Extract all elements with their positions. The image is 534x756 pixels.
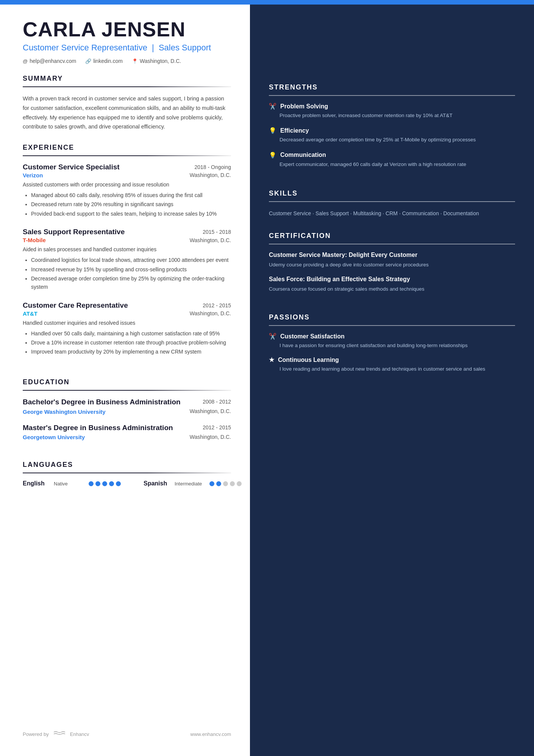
dot xyxy=(102,481,107,486)
skills-divider xyxy=(269,201,515,202)
bullet-item: Managed about 60 calls daily, resolving … xyxy=(31,191,231,199)
strength-name-2: Efficiency xyxy=(280,127,309,134)
education-divider xyxy=(23,390,231,391)
bullet-item: Provided back-end support to the sales t… xyxy=(31,210,231,218)
job-entry-1: Customer Service Specialist 2018 - Ongoi… xyxy=(23,163,231,218)
job-desc-1: Assisted customers with order processing… xyxy=(23,181,231,189)
strengths-divider xyxy=(269,95,515,96)
languages-row: English Native Spanish Intermediate xyxy=(23,480,231,487)
job-desc-2: Aided in sales processes and handled cus… xyxy=(23,246,231,254)
email-text: help@enhancv.com xyxy=(30,58,76,64)
edu-school-1: George Washington University xyxy=(23,409,106,415)
language-english: English Native xyxy=(23,480,121,487)
passions-section: PASSIONS ✂️ Customer Satisfaction I have… xyxy=(269,313,515,380)
location-text: Washington, D.C. xyxy=(140,58,181,64)
skills-section: SKILLS Customer Service · Sales Support … xyxy=(269,189,515,218)
strength-title-1: ✂️ Problem Solving xyxy=(269,103,515,110)
languages-title: LANGUAGES xyxy=(23,461,231,469)
strength-1: ✂️ Problem Solving Proactive problem sol… xyxy=(269,103,515,119)
passion-title-1: ✂️ Customer Satisfaction xyxy=(269,333,515,340)
edu-school-row-2: Georgetown University Washington, D.C. xyxy=(23,433,231,440)
certification-section: CERTIFICATION Customer Service Mastery: … xyxy=(269,232,515,300)
strength-3: 💡 Communication Expert communicator, man… xyxy=(269,152,515,168)
star-icon: ★ xyxy=(269,356,274,363)
job-bullets-2: Coordinated logistics for local trade sh… xyxy=(23,256,231,291)
dot xyxy=(237,481,242,486)
job-dates-1: 2018 - Ongoing xyxy=(194,163,231,170)
job-dates-3: 2012 - 2015 xyxy=(203,301,231,308)
bullet-item: Improved team productivity by 20% by imp… xyxy=(31,347,231,356)
resume-header: CARLA JENSEN Customer Service Representa… xyxy=(23,18,231,64)
job-desc-3: Handled customer inquiries and resolved … xyxy=(23,319,231,327)
strength-2: 💡 Efficiency Decreased average order com… xyxy=(269,127,515,144)
edu-dates-1: 2008 - 2012 xyxy=(203,398,231,405)
passion-name-2: Continuous Learning xyxy=(278,357,339,363)
lang-name-english: English xyxy=(23,480,49,487)
lang-dots-spanish xyxy=(209,481,242,486)
languages-section: LANGUAGES English Native xyxy=(23,461,231,487)
cert-2: Sales Force: Building an Effective Sales… xyxy=(269,275,515,293)
experience-title: EXPERIENCE xyxy=(23,144,231,152)
lang-dots-english xyxy=(89,481,121,486)
location-contact: 📍 Washington, D.C. xyxy=(132,58,181,64)
edu-school-2: Georgetown University xyxy=(23,434,85,440)
job-header-2: Sales Support Representative 2015 - 2018 xyxy=(23,228,231,236)
brand-name: Enhancv xyxy=(70,731,89,737)
job-company-3: AT&T xyxy=(23,310,37,317)
summary-divider xyxy=(23,86,231,87)
email-contact: @ help@enhancv.com xyxy=(23,58,76,64)
title-separator: | xyxy=(152,43,156,52)
lightbulb2-icon: 💡 xyxy=(269,152,276,159)
enhancv-logo-icon xyxy=(52,730,67,738)
skills-text: Customer Service · Sales Support · Multi… xyxy=(269,209,515,218)
job-entry-3: Customer Care Representative 2012 - 2015… xyxy=(23,301,231,356)
passions-title: PASSIONS xyxy=(269,313,515,321)
candidate-title: Customer Service Representative | Sales … xyxy=(23,43,231,53)
bullet-item: Decreased average order completion time … xyxy=(31,274,231,291)
job-header-1: Customer Service Specialist 2018 - Ongoi… xyxy=(23,163,231,171)
edu-degree-1: Bachelor's Degree in Business Administra… xyxy=(23,398,181,407)
certification-title: CERTIFICATION xyxy=(269,232,515,240)
lightbulb-icon: 💡 xyxy=(269,127,276,134)
left-column: CARLA JENSEN Customer Service Representa… xyxy=(0,0,250,756)
strength-desc-2: Decreased average order completion time … xyxy=(269,136,515,144)
bullet-item: Coordinated logistics for local trade sh… xyxy=(31,256,231,264)
title-part1: Customer Service Representative xyxy=(23,43,147,52)
cert-title-1: Customer Service Mastery: Delight Every … xyxy=(269,251,515,259)
job-header-3: Customer Care Representative 2012 - 2015 xyxy=(23,301,231,310)
dot xyxy=(216,481,221,486)
bullet-item: Handled over 50 calls daily, maintaining… xyxy=(31,329,231,338)
job-title-3: Customer Care Representative xyxy=(23,301,128,310)
job-title-2: Sales Support Representative xyxy=(23,228,125,236)
right-column: STRENGTHS ✂️ Problem Solving Proactive p… xyxy=(250,0,534,756)
cert-1: Customer Service Mastery: Delight Every … xyxy=(269,251,515,269)
passion-desc-2: I love reading and learning about new tr… xyxy=(269,365,515,373)
lang-level-english: Native xyxy=(54,481,84,487)
linkedin-contact: 🔗 linkedin.com xyxy=(85,58,123,64)
edu-dates-2: 2012 - 2015 xyxy=(203,423,231,430)
edu-entry-2: Master's Degree in Business Administrati… xyxy=(23,423,231,441)
edu-school-row-1: George Washington University Washington,… xyxy=(23,408,231,415)
summary-text: With a proven track record in customer s… xyxy=(23,94,231,131)
strength-name-1: Problem Solving xyxy=(280,103,328,110)
summary-section: SUMMARY With a proven track record in cu… xyxy=(23,75,231,131)
education-section: EDUCATION Bachelor's Degree in Business … xyxy=(23,378,231,449)
job-bullets-3: Handled over 50 calls daily, maintaining… xyxy=(23,329,231,356)
bullet-item: Drove a 10% increase in customer retenti… xyxy=(31,338,231,347)
location-icon: 📍 xyxy=(132,58,138,64)
passion-name-1: Customer Satisfaction xyxy=(280,333,345,340)
passion-desc-1: I have a passion for ensuring client sat… xyxy=(269,342,515,349)
strength-name-3: Communication xyxy=(280,152,326,158)
job-dates-2: 2015 - 2018 xyxy=(203,228,231,235)
job-location-2: Washington, D.C. xyxy=(190,237,231,243)
edu-entry-1: Bachelor's Degree in Business Administra… xyxy=(23,398,231,415)
dot xyxy=(230,481,235,486)
skills-title: SKILLS xyxy=(269,189,515,197)
edu-location-2: Washington, D.C. xyxy=(190,434,231,440)
edu-degree-2: Master's Degree in Business Administrati… xyxy=(23,423,173,433)
dot xyxy=(223,481,228,486)
edu-header-1: Bachelor's Degree in Business Administra… xyxy=(23,398,231,407)
languages-divider xyxy=(23,473,231,473)
footer: Powered by Enhancv www.enhancv.com xyxy=(23,723,231,738)
passions-divider xyxy=(269,325,515,326)
